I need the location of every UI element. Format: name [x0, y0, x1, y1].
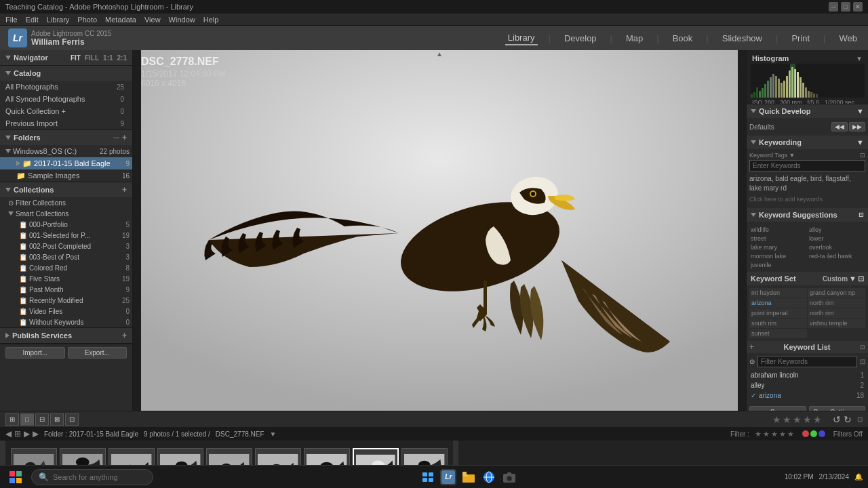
menu-help[interactable]: Help	[203, 16, 219, 24]
folder-windows-os[interactable]: Windows8_OS (C:) 22 photos	[0, 145, 132, 157]
catalog-quick-collection[interactable]: Quick Collection +0	[0, 105, 132, 117]
menu-library[interactable]: Library	[47, 16, 70, 24]
taskbar-notification[interactable]: 🔔	[854, 473, 863, 481]
qd-preset-next[interactable]: ▶▶	[849, 122, 865, 131]
filmstrip-back-btn[interactable]: ◀	[5, 429, 12, 439]
taskbar-lr-icon[interactable]: Lr	[440, 469, 456, 485]
filter-red[interactable]	[802, 430, 809, 437]
view-people-btn[interactable]: ⊡	[65, 413, 79, 426]
start-button[interactable]	[5, 467, 26, 487]
keywording-dropdown[interactable]: ▼	[789, 152, 795, 159]
collection-without-keywords[interactable]: 📋 Without Keywords 0	[0, 317, 132, 327]
publish-services-header[interactable]: Publish Services +	[0, 328, 132, 343]
kw-set-vishnu-temple[interactable]: vishnu temple	[808, 319, 865, 328]
menu-window[interactable]: Window	[169, 16, 195, 24]
kw-sugg-alley[interactable]: alley	[808, 226, 865, 234]
filter-blue[interactable]	[818, 430, 825, 437]
kw-sugg-street[interactable]: street	[749, 235, 807, 243]
collection-recently-modified[interactable]: 📋 Recently Modified 25	[0, 295, 132, 306]
view-survey-btn[interactable]: ⊠	[50, 413, 64, 426]
rotate-right-btn[interactable]: ↻	[844, 414, 852, 425]
folders-header[interactable]: Folders ─ +	[0, 130, 132, 145]
view-compare-btn[interactable]: ⊟	[35, 413, 49, 426]
top-panel-toggle[interactable]: ▲	[436, 50, 443, 58]
star-3[interactable]: ★	[793, 414, 802, 425]
collection-post-completed[interactable]: 📋 002-Post Completed 3	[0, 241, 132, 251]
collections-add-btn[interactable]: +	[122, 185, 127, 195]
kw-sugg-red-tailed-hawk[interactable]: red-ta iled hawk	[808, 252, 865, 260]
collection-selected[interactable]: 📋 001-Selected for P... 19	[0, 230, 132, 241]
folder-sample-images[interactable]: 📁 Sample Images 16	[0, 169, 132, 182]
kw-set-dropdown[interactable]: ▼	[849, 274, 856, 283]
qd-preset-prev[interactable]: ◀◀	[831, 122, 848, 131]
nav-1-1[interactable]: 1:1	[103, 54, 113, 62]
taskbar-camera[interactable]	[501, 469, 517, 485]
filter-star-1[interactable]: ★	[755, 430, 762, 439]
sync-button[interactable]: Sync	[749, 406, 806, 411]
filmstrip-nav-grid[interactable]: ⊞	[14, 429, 21, 439]
kw-set-north-rim2[interactable]: north rim	[808, 308, 865, 318]
module-print[interactable]: Print	[789, 32, 812, 45]
star-2[interactable]: ★	[783, 414, 791, 425]
kw-set-sunset[interactable]: sunset	[749, 329, 807, 338]
folders-add-btn[interactable]: +	[122, 133, 127, 142]
menu-photo[interactable]: Photo	[77, 16, 97, 24]
keyword-set-header[interactable]: Keyword Set Custom ▼ ⊡	[747, 272, 868, 285]
collection-portfolio[interactable]: 📋 000-Portfolio 5	[0, 219, 132, 230]
folders-remove-btn[interactable]: ─	[113, 133, 119, 142]
view-loupe-btn[interactable]: □	[20, 413, 34, 426]
menu-view[interactable]: View	[144, 16, 161, 24]
nav-fit[interactable]: FIT	[71, 54, 81, 62]
collection-five-stars[interactable]: 📋 Five Stars 19	[0, 273, 132, 284]
keyword-tags-input[interactable]	[749, 160, 865, 171]
slideshow-btn[interactable]: ⊡	[857, 415, 863, 423]
kw-set-north-rim[interactable]: north rim	[808, 298, 865, 308]
filmstrip-forward-btn[interactable]: ▶	[24, 429, 30, 439]
menu-edit[interactable]: Edit	[26, 16, 39, 24]
module-slideshow[interactable]: Slideshow	[719, 32, 765, 45]
quick-develop-expand[interactable]: ▼	[856, 107, 864, 115]
collection-past-month[interactable]: 📋 Past Month 9	[0, 284, 132, 295]
catalog-previous-import[interactable]: Previous Import9	[0, 117, 132, 129]
module-book[interactable]: Book	[670, 32, 696, 45]
kw-sugg-juvenile[interactable]: juvenile	[749, 261, 807, 269]
filter-green[interactable]	[810, 430, 817, 437]
star-4[interactable]: ★	[803, 414, 812, 425]
filter-star-4[interactable]: ★	[779, 430, 786, 439]
folder-bald-eagle[interactable]: 📁 2017-01-15 Bald Eagle 9	[0, 157, 132, 169]
kw-sugg-settings[interactable]: ⊡	[859, 211, 864, 218]
kw-set-south-rim[interactable]: south rim	[749, 319, 807, 328]
kw-item-abraham-lincoln[interactable]: abraham lincoln 1	[749, 370, 865, 380]
keywording-settings[interactable]: ⊡	[860, 152, 865, 159]
module-map[interactable]: Map	[623, 32, 646, 45]
taskbar-search-box[interactable]: 🔍	[31, 469, 153, 485]
kw-sugg-lower[interactable]: lower	[808, 235, 865, 243]
maximize-button[interactable]: □	[841, 2, 850, 12]
publish-add-btn[interactable]: +	[122, 331, 127, 340]
filter-star-3[interactable]: ★	[771, 430, 778, 439]
collection-video-files[interactable]: 📋 Video Files 0	[0, 306, 132, 317]
export-button[interactable]: Export...	[68, 347, 127, 359]
keyword-add-hint[interactable]: Click here to add keywords	[749, 196, 865, 203]
keyword-filter-input[interactable]	[757, 356, 857, 367]
search-input[interactable]	[53, 473, 141, 481]
kw-set-grand-canyon[interactable]: grand canyon np	[808, 288, 865, 298]
collections-header[interactable]: Collections +	[0, 182, 132, 197]
sync-settings-button[interactable]: Sync Settings...	[809, 406, 866, 411]
keyword-suggestions-header[interactable]: Keyword Suggestions ⊡	[747, 208, 868, 222]
keywording-header[interactable]: Keywording ▼	[747, 136, 868, 149]
filters-off-label[interactable]: Filters Off	[833, 430, 863, 438]
filmstrip-dropdown[interactable]: ▼	[270, 430, 277, 438]
filmstrip-nav-btn[interactable]: ▶	[33, 429, 39, 439]
taskbar-browser[interactable]	[481, 469, 497, 485]
kw-set-mt-hayden[interactable]: mt hayden	[749, 288, 807, 298]
view-grid-btn[interactable]: ⊞	[5, 413, 19, 426]
catalog-all-photos[interactable]: All Photographs25	[0, 81, 132, 93]
kw-filter-settings[interactable]: ⊡	[860, 358, 865, 365]
kw-set-point-imperial[interactable]: point imperial	[749, 308, 807, 318]
navigator-header[interactable]: Navigator FIT FILL 1:1 2:1	[0, 50, 132, 65]
kw-sugg-mormon-lake[interactable]: mormon lake	[749, 252, 807, 260]
collection-colored-red[interactable]: 📋 Colored Red 8	[0, 262, 132, 273]
collection-best-of-post[interactable]: 📋 003-Best of Post 3	[0, 251, 132, 262]
keywording-expand[interactable]: ▼	[856, 138, 864, 146]
